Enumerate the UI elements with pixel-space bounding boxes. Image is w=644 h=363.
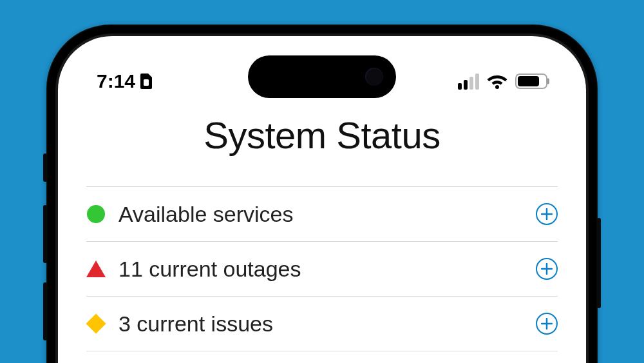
- status-bar: 7:14: [58, 36, 586, 101]
- svg-point-1: [495, 85, 499, 89]
- list-item-available[interactable]: Available services: [86, 187, 558, 242]
- volume-down-button: [43, 282, 47, 340]
- page-content: System Status Available services: [58, 113, 586, 351]
- expand-button[interactable]: [536, 258, 558, 280]
- phone-frame: 7:14: [46, 25, 598, 363]
- page-title: System Status: [86, 113, 558, 157]
- battery-fill: [518, 76, 539, 86]
- available-status-icon: [86, 205, 106, 223]
- wifi-icon: [487, 74, 507, 89]
- expand-button[interactable]: [536, 203, 558, 225]
- issue-status-icon: [86, 317, 106, 331]
- status-time: 7:14: [97, 70, 135, 92]
- mute-switch: [43, 153, 47, 182]
- status-list: Available services 11 current outa: [86, 186, 558, 351]
- row-label: 11 current outages: [118, 257, 523, 282]
- row-label: 3 current issues: [118, 311, 523, 337]
- sim-card-icon: [140, 74, 152, 89]
- volume-up-button: [43, 205, 47, 263]
- row-label: Available services: [118, 202, 523, 227]
- svg-rect-0: [144, 79, 149, 86]
- outage-status-icon: [86, 260, 106, 277]
- list-item-outages[interactable]: 11 current outages: [86, 242, 558, 297]
- status-bar-right: [458, 74, 547, 90]
- phone-screen: 7:14: [58, 36, 586, 363]
- expand-button[interactable]: [536, 313, 558, 335]
- list-item-issues[interactable]: 3 current issues: [86, 297, 558, 351]
- status-bar-left: 7:14: [97, 70, 152, 92]
- power-button: [597, 218, 601, 308]
- battery-icon: [515, 74, 547, 89]
- cellular-signal-icon: [458, 74, 479, 90]
